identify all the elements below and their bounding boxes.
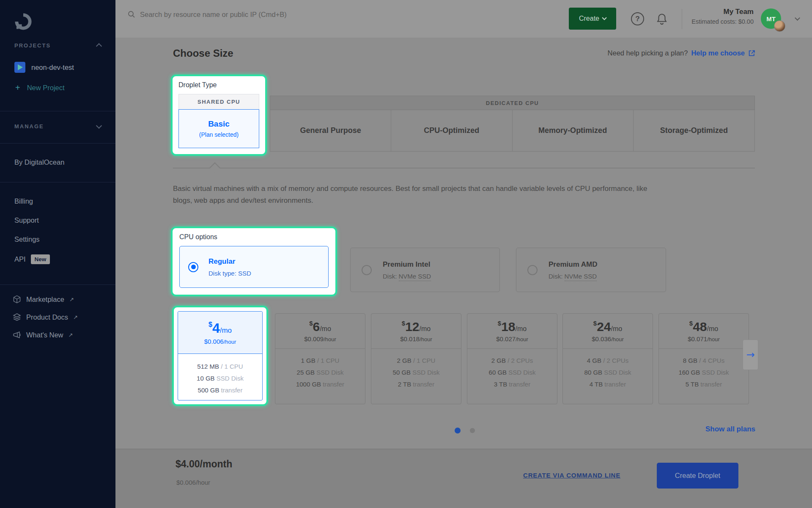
sidebar-item-product-docs[interactable]: Product Docs ↗ (13, 313, 78, 321)
radio-unselected-icon[interactable] (527, 265, 538, 275)
radio-selected-icon[interactable] (188, 262, 198, 272)
pagination-dot-active[interactable] (455, 428, 461, 433)
plan-hourly-price: $0.027/hour (496, 335, 528, 342)
external-link-arrow-icon: ↗ (69, 332, 73, 338)
estimated-costs: Estimated costs: $0.00 (691, 18, 754, 25)
plan-specs: 4 GB / 2 CPUs 80 GB SSD Disk 4 TB transf… (563, 349, 653, 390)
summary-footer: $4.00/month $0.006/hour CREATE VIA COMMA… (115, 449, 812, 508)
divider (0, 284, 115, 285)
plan-price: $48/mo (689, 320, 718, 334)
tab-pointer-divider (173, 168, 755, 168)
plan-hourly-price: $0.009/hour (304, 335, 336, 342)
cpu-option-regular[interactable]: Regular Disk type: SSD (179, 246, 329, 288)
tab-shared-cpu[interactable]: SHARED CPU (178, 94, 259, 110)
topbar: Create ? My Team Estimated costs: $0.00 … (115, 0, 812, 38)
divider (0, 143, 115, 144)
droplet-type-label: Droplet Type (178, 81, 259, 89)
cpu-option-premium-intel[interactable]: Premium Intel Disk: NVMe SSD (350, 248, 500, 292)
total-monthly-price: $4.00/month (176, 458, 232, 470)
search-input[interactable] (140, 11, 411, 19)
plans-pagination (455, 428, 475, 433)
cube-icon (13, 295, 21, 304)
plan-card-48[interactable]: $48/mo $0.071/hour 8 GB / 4 CPUs 160 GB … (658, 313, 749, 404)
plan-card-12[interactable]: $12/mo $0.018/hour 2 GB / 1 CPU 50 GB SS… (371, 313, 461, 404)
plan-price: $24/mo (593, 320, 622, 334)
external-link-arrow-icon: ↗ (69, 296, 74, 303)
plan-specs: 1 GB / 1 CPU 25 GB SSD Disk 1000 GB tran… (275, 349, 365, 390)
plan-card-4[interactable]: $4/mo $0.006/hour 512 MB / 1 CPU 10 GB S… (178, 311, 263, 400)
plan-specs: 8 GB / 4 CPUs 160 GB SSD Disk 5 TB trans… (659, 349, 749, 390)
team-info[interactable]: My Team Estimated costs: $0.00 (691, 8, 754, 25)
plan-hourly-price: $0.071/hour (688, 335, 720, 342)
plan-hourly-price: $0.018/hour (400, 335, 432, 342)
plan-selected-note: (Plan selected) (199, 131, 239, 138)
search-icon (127, 10, 136, 19)
plan-description: Basic virtual machines with a mix of mem… (173, 183, 761, 207)
plan-specs: 2 GB / 1 CPU 50 GB SSD Disk 2 TB transfe… (371, 349, 461, 390)
new-project-button[interactable]: + New Project (15, 83, 65, 93)
tab-memory-optimized[interactable]: Memory-Optimized (513, 110, 634, 151)
account-chevron-down-icon[interactable] (795, 15, 800, 21)
plan-hourly-price: $0.006/hour (204, 338, 236, 345)
next-plans-arrow-button[interactable]: → (743, 340, 758, 370)
page-title: Choose Size (173, 47, 233, 59)
sidebar-item-api[interactable]: API New (14, 254, 50, 264)
dedicated-cpu-header: DEDICATED CPU (270, 96, 755, 110)
project-name: neon-dev-test (31, 64, 74, 72)
sidebar-item-project[interactable]: neon-dev-test (14, 62, 74, 73)
sidebar-item-settings[interactable]: Settings (14, 235, 40, 243)
new-badge: New (31, 254, 50, 264)
caret-up-icon (209, 162, 220, 173)
total-hourly-price: $0.006/hour (176, 479, 210, 486)
megaphone-icon (13, 331, 21, 339)
external-link-arrow-icon: ↗ (73, 314, 78, 320)
create-button[interactable]: Create (569, 8, 616, 30)
pagination-dot[interactable] (470, 428, 475, 433)
plan-basic-selected[interactable]: Basic (Plan selected) (178, 109, 259, 148)
plan-card-18[interactable]: $18/mo $0.027/hour 2 GB / 2 CPUs 60 GB S… (467, 313, 557, 404)
main-content: Choose Size Need help picking a plan? He… (115, 38, 812, 449)
plan-card-6[interactable]: $6/mo $0.009/hour 1 GB / 1 CPU 25 GB SSD… (275, 313, 365, 404)
show-all-plans-link[interactable]: Show all plans (705, 425, 755, 433)
projects-section-label: PROJECTS (14, 42, 51, 49)
plan-price: $4/mo (208, 320, 232, 336)
cpu-option-premium-amd[interactable]: Premium AMD Disk: NVMe SSD (516, 248, 666, 292)
external-link-icon (748, 50, 755, 57)
account-menu[interactable]: MT (761, 8, 789, 30)
droplet-type-spotlight: Droplet Type SHARED CPU Basic (Plan sele… (171, 75, 267, 156)
sidebar-item-by-digitalocean[interactable]: By DigitalOcean (14, 158, 64, 166)
plan-specs: 2 GB / 2 CPUs 60 GB SSD Disk 3 TB transf… (467, 349, 557, 390)
plan-card-24[interactable]: $24/mo $0.036/hour 4 GB / 2 CPUs 80 GB S… (562, 313, 653, 404)
cpu-options-spotlight: CPU options Regular Disk type: SSD (171, 226, 337, 296)
radio-unselected-icon[interactable] (362, 265, 372, 275)
divider (0, 182, 115, 182)
tab-storage-optimized[interactable]: Storage-Optimized (634, 110, 754, 151)
digitalocean-logo-icon[interactable] (14, 12, 33, 33)
cpu-options-label: CPU options (179, 233, 329, 241)
notifications-bell-icon[interactable] (656, 13, 668, 27)
sidebar-item-billing[interactable]: Billing (14, 197, 33, 205)
divider (0, 111, 115, 111)
create-via-command-line-link[interactable]: CREATE VIA COMMAND LINE (523, 472, 620, 479)
plan-hourly-price: $0.036/hour (592, 335, 624, 342)
sidebar-item-whats-new[interactable]: What's New ↗ (13, 331, 73, 339)
plan-price: $12/mo (402, 320, 431, 334)
create-droplet-page: PROJECTS neon-dev-test + New Project MAN… (0, 0, 812, 508)
help-icon[interactable]: ? (631, 12, 644, 25)
team-name: My Team (691, 8, 754, 16)
tab-general-purpose[interactable]: General Purpose (270, 110, 391, 151)
layers-icon (13, 313, 21, 321)
create-droplet-button[interactable]: Create Droplet (657, 463, 738, 489)
help-me-choose-link[interactable]: Help me choose (691, 49, 745, 57)
plan-price: $18/mo (498, 320, 527, 334)
manage-expand-chevron-icon[interactable] (96, 123, 102, 129)
plan-price: $6/mo (309, 320, 331, 334)
plus-icon: + (15, 83, 20, 93)
user-avatar-photo (774, 20, 785, 32)
projects-collapse-chevron-icon[interactable] (96, 43, 102, 49)
manage-section-label: MANAGE (14, 123, 44, 130)
tab-cpu-optimized[interactable]: CPU-Optimized (391, 110, 512, 151)
sidebar-item-marketplace[interactable]: Marketplace ↗ (13, 295, 74, 304)
sidebar-item-support[interactable]: Support (14, 216, 39, 224)
plan-card-spotlight: $4/mo $0.006/hour 512 MB / 1 CPU 10 GB S… (172, 306, 268, 406)
